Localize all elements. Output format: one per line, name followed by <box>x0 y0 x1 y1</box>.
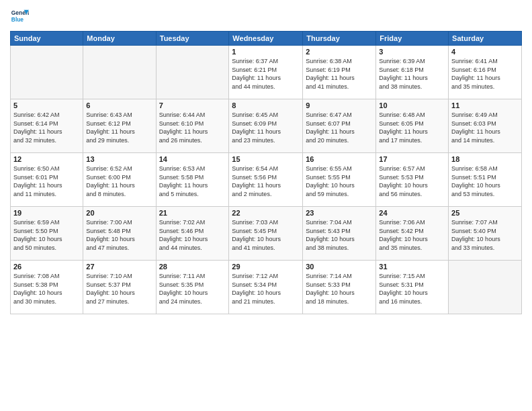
day-number: 30 <box>306 263 373 271</box>
calendar-cell: 21Sunrise: 7:02 AM Sunset: 5:46 PM Dayli… <box>156 207 229 261</box>
day-number: 5 <box>13 101 80 109</box>
calendar-cell: 22Sunrise: 7:03 AM Sunset: 5:45 PM Dayli… <box>229 207 303 261</box>
calendar-cell: 28Sunrise: 7:11 AM Sunset: 5:35 PM Dayli… <box>156 261 229 314</box>
calendar-cell: 13Sunrise: 6:52 AM Sunset: 6:00 PM Dayli… <box>83 153 156 207</box>
day-info: Sunrise: 7:12 AM Sunset: 5:34 PM Dayligh… <box>232 272 300 306</box>
day-number: 6 <box>86 101 152 109</box>
day-info: Sunrise: 6:54 AM Sunset: 5:56 PM Dayligh… <box>232 165 300 198</box>
calendar-cell: 7Sunrise: 6:44 AM Sunset: 6:10 PM Daylig… <box>156 99 229 153</box>
calendar-cell: 30Sunrise: 7:14 AM Sunset: 5:33 PM Dayli… <box>303 261 376 314</box>
calendar-cell: 18Sunrise: 6:58 AM Sunset: 5:51 PM Dayli… <box>449 153 522 207</box>
calendar: SundayMondayTuesdayWednesdayThursdayFrid… <box>10 31 522 314</box>
day-info: Sunrise: 7:15 AM Sunset: 5:31 PM Dayligh… <box>379 272 445 306</box>
weekday-header-friday: Friday <box>376 32 449 46</box>
day-number: 3 <box>379 48 445 56</box>
day-info: Sunrise: 6:58 AM Sunset: 5:51 PM Dayligh… <box>451 165 519 198</box>
page: General Blue SundayMondayTuesdayWednesda… <box>0 0 532 411</box>
calendar-cell: 14Sunrise: 6:53 AM Sunset: 5:58 PM Dayli… <box>156 153 229 207</box>
day-number: 7 <box>159 101 226 109</box>
weekday-header-sunday: Sunday <box>11 32 83 46</box>
day-number: 8 <box>232 101 300 109</box>
calendar-cell: 3Sunrise: 6:39 AM Sunset: 6:18 PM Daylig… <box>376 46 449 99</box>
day-number: 14 <box>159 155 226 163</box>
calendar-cell: 29Sunrise: 7:12 AM Sunset: 5:34 PM Dayli… <box>229 261 303 314</box>
calendar-cell: 31Sunrise: 7:15 AM Sunset: 5:31 PM Dayli… <box>376 261 449 314</box>
week-row-3: 12Sunrise: 6:50 AM Sunset: 6:01 PM Dayli… <box>11 153 522 207</box>
day-info: Sunrise: 6:52 AM Sunset: 6:00 PM Dayligh… <box>86 165 152 198</box>
day-info: Sunrise: 6:44 AM Sunset: 6:10 PM Dayligh… <box>159 111 226 144</box>
day-info: Sunrise: 6:59 AM Sunset: 5:50 PM Dayligh… <box>13 218 80 252</box>
day-info: Sunrise: 7:10 AM Sunset: 5:37 PM Dayligh… <box>86 272 152 306</box>
week-row-2: 5Sunrise: 6:42 AM Sunset: 6:14 PM Daylig… <box>11 99 522 153</box>
day-number: 10 <box>379 101 445 109</box>
calendar-cell: 19Sunrise: 6:59 AM Sunset: 5:50 PM Dayli… <box>11 207 83 261</box>
day-number: 16 <box>306 155 373 163</box>
weekday-header-tuesday: Tuesday <box>156 32 229 46</box>
header: General Blue <box>10 7 522 26</box>
day-number: 20 <box>86 209 152 217</box>
day-info: Sunrise: 6:49 AM Sunset: 6:03 PM Dayligh… <box>451 111 519 144</box>
day-number: 17 <box>379 155 445 163</box>
day-number: 18 <box>451 155 519 163</box>
day-number: 31 <box>379 263 445 271</box>
day-info: Sunrise: 6:48 AM Sunset: 6:05 PM Dayligh… <box>379 111 445 144</box>
day-info: Sunrise: 6:43 AM Sunset: 6:12 PM Dayligh… <box>86 111 152 144</box>
day-number: 22 <box>232 209 300 217</box>
calendar-cell: 8Sunrise: 6:45 AM Sunset: 6:09 PM Daylig… <box>229 99 303 153</box>
day-info: Sunrise: 7:03 AM Sunset: 5:45 PM Dayligh… <box>232 218 300 252</box>
day-number: 13 <box>86 155 152 163</box>
calendar-cell: 24Sunrise: 7:06 AM Sunset: 5:42 PM Dayli… <box>376 207 449 261</box>
day-info: Sunrise: 7:07 AM Sunset: 5:40 PM Dayligh… <box>451 218 519 252</box>
calendar-cell: 15Sunrise: 6:54 AM Sunset: 5:56 PM Dayli… <box>229 153 303 207</box>
calendar-cell: 25Sunrise: 7:07 AM Sunset: 5:40 PM Dayli… <box>449 207 522 261</box>
day-info: Sunrise: 6:38 AM Sunset: 6:19 PM Dayligh… <box>306 57 373 91</box>
day-number: 29 <box>232 263 300 271</box>
weekday-header-thursday: Thursday <box>303 32 376 46</box>
week-row-4: 19Sunrise: 6:59 AM Sunset: 5:50 PM Dayli… <box>11 207 522 261</box>
calendar-cell: 23Sunrise: 7:04 AM Sunset: 5:43 PM Dayli… <box>303 207 376 261</box>
svg-text:Blue: Blue <box>11 16 24 23</box>
day-number: 27 <box>86 263 152 271</box>
day-number: 1 <box>232 48 300 56</box>
day-info: Sunrise: 6:47 AM Sunset: 6:07 PM Dayligh… <box>306 111 373 144</box>
calendar-cell <box>11 46 83 99</box>
day-number: 24 <box>379 209 445 217</box>
day-info: Sunrise: 6:41 AM Sunset: 6:16 PM Dayligh… <box>451 57 519 91</box>
logo-icon: General Blue <box>10 7 29 26</box>
calendar-cell: 2Sunrise: 6:38 AM Sunset: 6:19 PM Daylig… <box>303 46 376 99</box>
day-number: 19 <box>13 209 80 217</box>
calendar-cell: 6Sunrise: 6:43 AM Sunset: 6:12 PM Daylig… <box>83 99 156 153</box>
day-info: Sunrise: 6:53 AM Sunset: 5:58 PM Dayligh… <box>159 165 226 198</box>
calendar-cell: 4Sunrise: 6:41 AM Sunset: 6:16 PM Daylig… <box>449 46 522 99</box>
day-number: 28 <box>159 263 226 271</box>
calendar-cell: 5Sunrise: 6:42 AM Sunset: 6:14 PM Daylig… <box>11 99 83 153</box>
day-info: Sunrise: 7:08 AM Sunset: 5:38 PM Dayligh… <box>13 272 80 306</box>
day-info: Sunrise: 7:11 AM Sunset: 5:35 PM Dayligh… <box>159 272 226 306</box>
weekday-header-row: SundayMondayTuesdayWednesdayThursdayFrid… <box>11 32 522 46</box>
logo: General Blue <box>10 7 29 26</box>
day-info: Sunrise: 7:02 AM Sunset: 5:46 PM Dayligh… <box>159 218 226 252</box>
calendar-cell: 12Sunrise: 6:50 AM Sunset: 6:01 PM Dayli… <box>11 153 83 207</box>
day-info: Sunrise: 6:39 AM Sunset: 6:18 PM Dayligh… <box>379 57 445 91</box>
day-number: 11 <box>451 101 519 109</box>
calendar-cell: 10Sunrise: 6:48 AM Sunset: 6:05 PM Dayli… <box>376 99 449 153</box>
calendar-cell: 9Sunrise: 6:47 AM Sunset: 6:07 PM Daylig… <box>303 99 376 153</box>
day-number: 9 <box>306 101 373 109</box>
day-number: 12 <box>13 155 80 163</box>
week-row-5: 26Sunrise: 7:08 AM Sunset: 5:38 PM Dayli… <box>11 261 522 314</box>
calendar-cell: 17Sunrise: 6:57 AM Sunset: 5:53 PM Dayli… <box>376 153 449 207</box>
calendar-cell: 26Sunrise: 7:08 AM Sunset: 5:38 PM Dayli… <box>11 261 83 314</box>
day-info: Sunrise: 6:42 AM Sunset: 6:14 PM Dayligh… <box>13 111 80 144</box>
day-number: 15 <box>232 155 300 163</box>
day-info: Sunrise: 7:00 AM Sunset: 5:48 PM Dayligh… <box>86 218 152 252</box>
week-row-1: 1Sunrise: 6:37 AM Sunset: 6:21 PM Daylig… <box>11 46 522 99</box>
calendar-cell <box>83 46 156 99</box>
day-number: 25 <box>451 209 519 217</box>
calendar-cell <box>449 261 522 314</box>
day-number: 23 <box>306 209 373 217</box>
day-number: 21 <box>159 209 226 217</box>
day-info: Sunrise: 7:04 AM Sunset: 5:43 PM Dayligh… <box>306 218 373 252</box>
day-info: Sunrise: 6:57 AM Sunset: 5:53 PM Dayligh… <box>379 165 445 198</box>
weekday-header-monday: Monday <box>83 32 156 46</box>
weekday-header-saturday: Saturday <box>449 32 522 46</box>
